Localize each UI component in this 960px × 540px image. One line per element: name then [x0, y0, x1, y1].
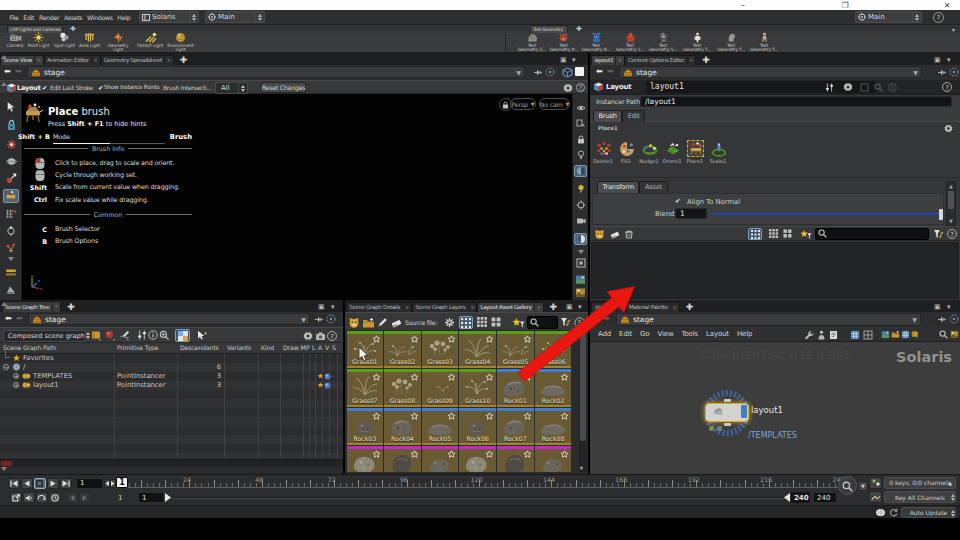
menu-item[interactable]: Render [37, 10, 62, 25]
snap-blue-icon[interactable] [901, 330, 910, 339]
favorite-star-icon[interactable] [372, 450, 381, 459]
favorite-star-icon[interactable] [523, 412, 532, 421]
menu-item[interactable]: Help [115, 10, 133, 25]
asset-card[interactable]: Grass02 [384, 331, 421, 369]
favorite-star-icon[interactable] [372, 412, 381, 421]
close-tab-icon[interactable]: ✕ [52, 302, 59, 312]
current-frame-field[interactable]: 1 [76, 478, 103, 489]
pin-icon[interactable] [533, 68, 543, 77]
node-output-connector[interactable] [724, 423, 731, 426]
translate-tool-button[interactable] [3, 138, 19, 152]
new-tab-button[interactable]: ✚ [702, 55, 710, 65]
range-prev-key-button[interactable] [66, 492, 78, 503]
column-header[interactable]: Draw Mo [283, 344, 306, 351]
path-dropdown-icon[interactable]: ▼ [909, 316, 920, 323]
radial-menu-spinner[interactable] [255, 12, 264, 22]
asset-card[interactable] [422, 446, 459, 471]
snapshot-colored-icon[interactable] [881, 330, 890, 339]
pencil-icon[interactable] [377, 317, 388, 328]
follow-playbar-button[interactable] [10, 492, 22, 503]
pane-menu-icon[interactable]: ▾ [947, 303, 951, 311]
grid-plain-icon[interactable] [863, 330, 873, 340]
scrollbar-thumb[interactable] [948, 191, 954, 209]
expand-icon[interactable]: − [3, 364, 9, 370]
network-menu-item[interactable]: Tools [678, 330, 703, 338]
persp-camera-pill[interactable]: Persp▼ [510, 98, 536, 110]
pivot-mode-button[interactable] [574, 199, 587, 211]
menu-item[interactable]: File [7, 10, 21, 25]
pane-tab[interactable]: Material Palette ✕ [626, 302, 680, 313]
keys-summary-dropdown[interactable]: 0 keys, 0/0 channels ▲ [884, 477, 956, 489]
visible-badge-icon[interactable] [324, 382, 331, 389]
asset-card[interactable]: Grass08 [384, 369, 421, 407]
working-set-help-icon[interactable]: ? [947, 229, 957, 239]
favorite-star-icon[interactable] [560, 335, 569, 344]
notes-icon[interactable] [829, 330, 838, 340]
back-arrow-icon[interactable]: ⬅ [596, 68, 603, 76]
node-display-flag[interactable] [741, 405, 747, 418]
blend-slider-handle[interactable] [939, 209, 943, 220]
working-set-search-field[interactable] [815, 228, 929, 240]
scale-tool-button[interactable] [3, 172, 19, 186]
simulation-toggle-button[interactable] [36, 492, 48, 503]
display-options-button[interactable] [574, 233, 587, 245]
params-scrollbar[interactable]: ▲ ▼ [946, 181, 956, 226]
select-visible-button[interactable] [574, 118, 587, 130]
image-plane-a-button[interactable] [574, 274, 587, 286]
column-header[interactable]: V [325, 344, 331, 351]
key-all-spinner[interactable] [951, 492, 955, 502]
keyframe-scope-button[interactable] [869, 477, 882, 489]
sgt-help-icon[interactable]: ? [327, 331, 337, 341]
stow-arrow[interactable] [1, 55, 7, 59]
brush-preset[interactable]: Fill1 [615, 140, 637, 164]
blend-value-field[interactable]: 1 [675, 208, 707, 219]
sgt-hscrollbar-thumb[interactable] [1, 461, 12, 466]
menu-item[interactable]: Windows [85, 10, 115, 25]
pose-icon[interactable] [817, 330, 826, 340]
favorite-star-icon[interactable] [447, 373, 456, 382]
audio-toggle-button[interactable] [23, 492, 35, 503]
view-mode-grid-small-button[interactable] [459, 316, 473, 329]
column-header[interactable]: S [332, 344, 338, 351]
window-close-button[interactable]: ✕ [941, 1, 953, 10]
snapshot-camera-icon[interactable] [315, 331, 326, 341]
play-button[interactable] [47, 478, 59, 489]
rotate-tool-button[interactable] [3, 155, 19, 169]
favorite-star-icon[interactable] [485, 373, 494, 382]
stow-arrow[interactable] [1, 302, 7, 306]
pane-maximize-icon[interactable]: ▣ [560, 56, 567, 64]
pencil-edit-icon[interactable] [119, 330, 131, 341]
scene-graph-row[interactable]: Favorites [0, 354, 337, 363]
forward-arrow-icon[interactable]: ➡ [16, 315, 23, 323]
image-icon[interactable] [950, 330, 959, 339]
asterisk-gear-icon[interactable] [444, 317, 455, 328]
menu-item[interactable]: Edit [21, 10, 37, 25]
favorite-star-icon[interactable] [485, 412, 494, 421]
asset-card[interactable]: Rock08 [535, 408, 572, 446]
compass-icon[interactable] [326, 314, 336, 324]
favorite-star-icon[interactable] [447, 335, 456, 344]
path-dropdown-icon[interactable]: ▼ [910, 69, 921, 76]
menu-item[interactable]: Assets [62, 10, 85, 25]
forward-arrow-icon[interactable]: ➡ [603, 315, 610, 323]
snapshot-frame-button[interactable] [574, 257, 587, 269]
favorite-star-icon[interactable] [523, 335, 532, 344]
shelf-tool[interactable]: Test Geometry T... [747, 33, 781, 52]
measure-tool-button[interactable] [3, 266, 19, 280]
scrollbar-down-arrow[interactable]: ▼ [948, 218, 954, 224]
active-badge-icon[interactable] [317, 372, 324, 380]
pin-icon[interactable] [314, 315, 324, 324]
brush-intersect-combo-spinner[interactable] [238, 83, 247, 93]
filter-sliders-icon[interactable] [137, 330, 147, 340]
radial-menu-selector[interactable]: Main [205, 11, 265, 23]
compass-icon[interactable] [545, 67, 555, 77]
current-frame-marker[interactable]: 1 [116, 477, 128, 488]
favorite-star-icon[interactable] [410, 373, 419, 382]
shelf-tool[interactable]: Test Geometry P... [547, 33, 581, 52]
back-arrow-icon[interactable]: ⬅ [4, 68, 11, 76]
shelf-add-tab-right[interactable]: ✚ [576, 26, 582, 33]
shading-mode-button[interactable] [574, 165, 587, 177]
pane-tab[interactable]: Scene Graph Layers ✕ [412, 302, 477, 313]
camera-view-button[interactable] [574, 215, 587, 227]
gold-box-icon[interactable] [911, 330, 920, 339]
